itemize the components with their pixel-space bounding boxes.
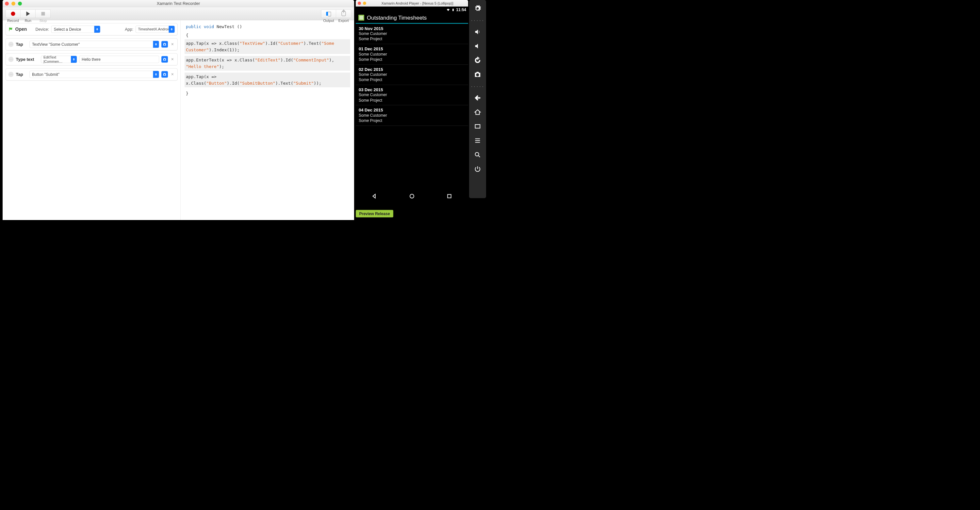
step-selector[interactable]: Button "Submit" [30,71,159,78]
play-icon [26,11,30,16]
open-label: Open [15,27,33,32]
preview-release-badge: Preview Release [356,210,393,217]
menu-button[interactable] [474,137,481,145]
step-handle-icon[interactable]: ⋯ [8,42,14,47]
step-action: Tap [16,42,27,47]
step-row: ⋯ Tap Button "Submit" × [6,69,178,80]
svg-point-0 [410,194,414,198]
step-selector[interactable]: TextView "Some Customer" [30,41,159,48]
app-header: Outstanding Timesheets [356,13,468,24]
list-item[interactable]: 04 Dec 2015 Some Customer Some Project [356,105,468,126]
device-screen[interactable]: 11:54 Outstanding Timesheets 30 Nov 2015… [356,6,468,203]
nav-home-button[interactable] [474,108,481,116]
svg-rect-1 [447,194,451,198]
delete-step-button[interactable]: × [170,72,175,77]
recorder-title: Xamarin Test Recorder [3,1,354,6]
code-pane[interactable]: public void NewTest () { app.Tap(x => x.… [181,20,354,220]
battery-icon [452,8,454,12]
step-row: ⋯ Type text EditText |Commen… Hello ther… [6,53,178,65]
back-icon[interactable] [371,193,377,199]
recents-icon[interactable] [447,193,452,199]
app-select[interactable]: TimesheetX.Android… [135,26,175,33]
stop-button[interactable]: Stop [36,10,51,18]
delete-step-button[interactable]: × [170,57,175,62]
step-action: Type text [16,57,39,62]
separator-icon: • • • • • [471,19,484,22]
export-icon [341,11,345,16]
recorder-titlebar: Xamarin Test Recorder [3,0,354,7]
step-action: Tap [16,72,27,77]
player-titlebar: Xamarin Android Player - [Nexus 5 (Lolli… [356,0,468,6]
app-title: Outstanding Timesheets [367,14,426,21]
list-item[interactable]: 02 Dec 2015 Some Customer Some Project [356,64,468,84]
app-icon [358,15,364,21]
output-icon [326,12,331,16]
window-close-icon[interactable] [5,2,9,6]
power-button[interactable] [474,166,481,173]
step-row: ⋯ Tap TextView "Some Customer" × [6,38,178,50]
output-button[interactable]: Output [321,10,336,18]
rotate-button[interactable] [474,57,481,65]
screenshot-button[interactable] [161,41,168,48]
recorder-window: Xamarin Test Recorder Record Run Stop [3,0,354,220]
open-step: Open Device: Select a Device App: Timesh… [6,23,178,35]
nav-recents-button[interactable] [474,123,481,131]
clock-label: 11:54 [456,8,466,12]
window-minimize-icon[interactable] [363,2,366,5]
step-text-input[interactable]: Hello there [80,56,159,63]
screenshot-button[interactable] [161,56,168,63]
step-selector[interactable]: EditText |Commen… [41,56,77,63]
window-close-icon[interactable] [358,2,361,5]
steps-pane: Open Device: Select a Device App: Timesh… [3,20,181,220]
device-label: Device: [36,27,49,32]
run-button[interactable]: Run [21,10,36,18]
delete-step-button[interactable]: × [170,42,175,47]
svg-point-3 [475,152,479,156]
flag-icon [8,27,13,32]
android-player-window: Xamarin Android Player - [Nexus 5 (Lolli… [356,0,468,203]
export-button[interactable]: Export [336,10,351,18]
record-button[interactable]: Record [6,10,21,18]
separator-icon: • • • • • [471,85,484,88]
home-icon[interactable] [409,193,415,199]
list-item[interactable]: 30 Nov 2015 Some Customer Some Project [356,24,468,44]
list-item[interactable]: 01 Dec 2015 Some Customer Some Project [356,44,468,64]
player-title: Xamarin Android Player - [Nexus 5 (Lolli… [369,1,466,6]
wifi-icon [446,8,450,12]
step-handle-icon[interactable]: ⋯ [8,72,14,77]
recorder-toolbar: Record Run Stop Output Export [3,7,354,20]
android-navbar [356,190,468,203]
volume-down-button[interactable] [474,43,481,50]
stop-icon [41,12,45,15]
settings-button[interactable] [474,5,481,13]
record-icon [11,11,15,16]
list-item[interactable]: 03 Dec 2015 Some Customer Some Project [356,85,468,105]
app-label: App: [125,27,133,32]
camera-button[interactable] [474,71,481,79]
nav-back-button[interactable] [474,94,481,102]
android-statusbar: 11:54 [356,6,468,13]
timesheet-list[interactable]: 30 Nov 2015 Some Customer Some Project 0… [356,24,468,190]
device-select[interactable]: Select a Device [51,26,100,33]
screenshot-button[interactable] [161,71,168,78]
step-handle-icon[interactable]: ⋯ [8,57,14,62]
volume-up-button[interactable] [474,29,481,36]
window-minimize-icon[interactable] [11,2,15,6]
svg-rect-2 [475,124,480,128]
search-button[interactable] [474,151,481,159]
window-maximize-icon[interactable] [18,2,22,6]
player-side-toolbar: • • • • • • • • • • [469,0,486,198]
